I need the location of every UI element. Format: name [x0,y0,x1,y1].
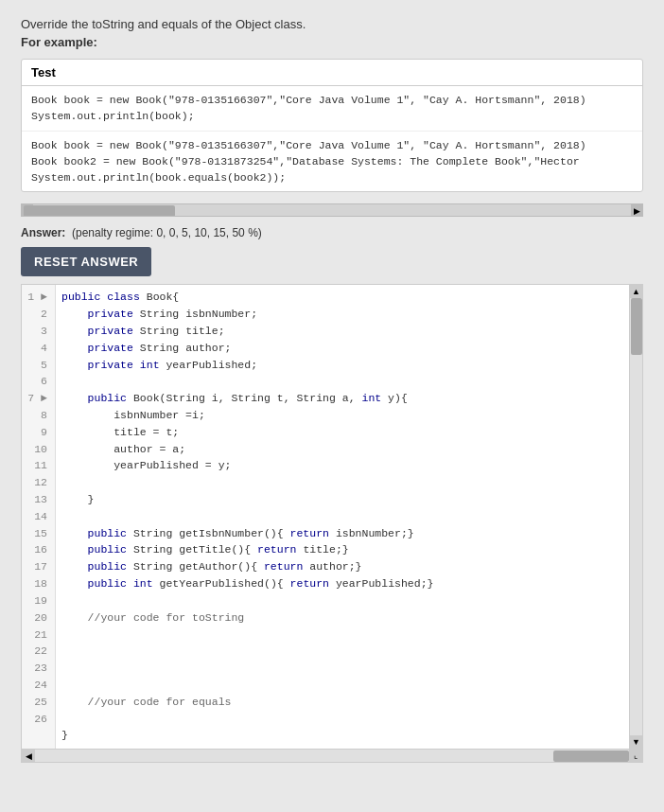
ln-8: 8 [26,407,51,424]
code-content[interactable]: public class Book{ private String isbnNu… [56,285,642,749]
description-text: Override the toString and equals of the … [21,17,643,31]
ln-24: 24 [26,677,51,694]
ln-3: 3 [26,323,51,340]
editor-scroll-left-arrow[interactable]: ◀ [22,750,35,763]
ln-14: 14 [26,508,51,525]
ln-11: 11 [26,457,51,474]
ln-12: 12 [26,474,51,491]
ln-5: 5 [26,357,51,374]
ln-15: 15 [26,525,51,542]
code-editor-inner: 1 ► 2 3 4 5 6 7 ► 8 9 10 11 12 13 14 15 … [22,285,642,749]
answer-label: Answer: [21,226,65,239]
ln-6: 6 [26,373,51,390]
ln-16: 16 [26,541,51,558]
vertical-scrollbar[interactable]: ▲ ▼ [629,285,642,749]
ln-9: 9 [26,424,51,441]
ln-23: 23 [26,660,51,677]
ln-21: 21 [26,627,51,644]
ln-25: 25 [26,694,51,711]
ln-17: 17 [26,558,51,575]
scroll-right-arrow[interactable]: ▶ [631,204,642,217]
line-numbers: 1 ► 2 3 4 5 6 7 ► 8 9 10 11 12 13 14 15 … [22,285,56,749]
reset-answer-button[interactable]: RESET ANSWER [21,247,151,276]
page-container: Override the toString and equals of the … [9,9,655,770]
test-box: Test Book book = new Book("978-013516630… [21,59,643,192]
ln-10: 10 [26,441,51,458]
ln-7: 7 ► [26,390,51,407]
ln-1: 1 ► [26,289,51,306]
ln-20: 20 [26,609,51,627]
scroll-thumb[interactable] [24,205,175,217]
ln-4: 4 [26,340,51,357]
v-scroll-thumb[interactable] [631,298,642,355]
for-example-label: For example: [21,35,643,49]
test-code-block2: Book book = new Book("978-0135166307","C… [22,132,642,192]
test-header: Test [22,60,642,86]
ln-22: 22 [26,643,51,660]
code-editor: 1 ► 2 3 4 5 6 7 ► 8 9 10 11 12 13 14 15 … [21,284,643,763]
scroll-up-arrow[interactable]: ▲ [630,285,643,298]
editor-h-scrollbar[interactable]: ◀ ▶ ⌞ [22,749,642,762]
resize-handle[interactable]: ⌞ [629,749,642,762]
ln-26: 26 [26,711,51,728]
ln-2: 2 [26,306,51,323]
test-code-block1: Book book = new Book("978-0135166307","C… [22,86,642,132]
answer-penalty: (penalty regime: 0, 0, 5, 10, 15, 50 %) [72,226,262,239]
ln-13: 13 [26,491,51,508]
editor-h-thumb[interactable] [553,750,629,762]
answer-line: Answer: (penalty regime: 0, 0, 5, 10, 15… [21,226,643,239]
horizontal-scrollbar[interactable]: ◀ ▶ [21,203,643,217]
ln-18: 18 [26,575,51,592]
ln-19: 19 [26,592,51,609]
scroll-down-arrow[interactable]: ▼ [630,735,643,749]
